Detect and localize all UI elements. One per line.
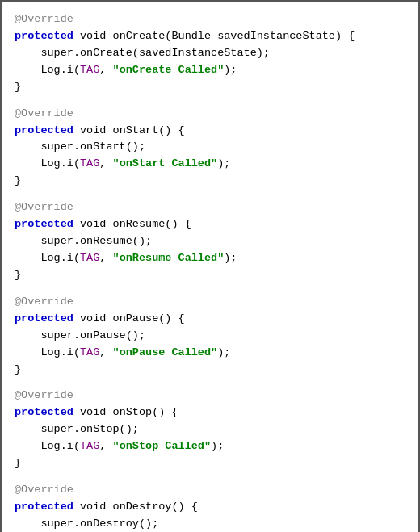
code-block-oncreate: @Override protected void onCreate(Bundle… [15, 11, 405, 96]
closing-brace-onpause: } [15, 362, 405, 379]
log-call-oncreate: Log.i(TAG, "onCreate Called"); [15, 62, 405, 79]
override-annotation-onresume: @Override [15, 199, 405, 216]
log-call-onresume: Log.i(TAG, "onResume Called"); [15, 250, 405, 267]
keyword-protected-onstart: protected [15, 124, 74, 136]
signature-text-onstart: void onStart() { [74, 124, 185, 136]
code-block-onstop: @Override protected void onStop() { supe… [15, 387, 405, 472]
spacer [15, 381, 405, 387]
code-block-onstart: @Override protected void onStart() { sup… [15, 106, 405, 191]
super-call-onresume: super.onResume(); [15, 233, 405, 250]
code-block-ondestroy: @Override protected void onDestroy() { s… [15, 482, 405, 532]
closing-brace-oncreate: } [15, 79, 405, 96]
override-annotation-onstop: @Override [15, 387, 405, 404]
signature-text-onpause: void onPause() { [74, 312, 185, 325]
keyword-protected-onstop: protected [15, 406, 74, 418]
keyword-protected-ondestroy: protected [15, 501, 74, 513]
code-block-onpause: @Override protected void onPause() { sup… [15, 294, 405, 379]
method-signature-onpause: protected void onPause() { [15, 311, 405, 328]
super-call-onpause: super.onPause(); [15, 328, 405, 345]
method-signature-onstop: protected void onStop() { [15, 404, 405, 421]
closing-brace-onresume: } [15, 267, 405, 284]
override-annotation-onpause: @Override [15, 294, 405, 311]
method-signature-onresume: protected void onResume() { [15, 216, 405, 233]
spacer [15, 99, 405, 106]
signature-text-onstop: void onStop() { [74, 406, 178, 418]
closing-brace-onstop: } [15, 455, 405, 472]
keyword-protected: protected [15, 30, 74, 42]
override-annotation-onstart: @Override [15, 106, 405, 123]
method-signature-oncreate: protected void onCreate(Bundle savedInst… [15, 28, 405, 45]
keyword-protected-onpause: protected [15, 312, 74, 325]
spacer [15, 287, 405, 294]
override-annotation-ondestroy: @Override [15, 482, 405, 499]
super-call-onstop: super.onStop(); [15, 421, 405, 438]
closing-brace-onstart: } [15, 173, 405, 190]
code-block-onresume: @Override protected void onResume() { su… [15, 199, 405, 284]
log-call-onpause: Log.i(TAG, "onPause Called"); [15, 345, 405, 362]
spacer [15, 193, 405, 199]
super-call-ondestroy: super.onDestroy(); [15, 516, 405, 532]
log-call-onstop: Log.i(TAG, "onStop Called"); [15, 438, 405, 455]
keyword-protected-onresume: protected [15, 218, 74, 230]
super-call-oncreate: super.onCreate(savedInstanceState); [15, 45, 405, 62]
signature-text-ondestroy: void onDestroy() { [74, 501, 198, 513]
spacer [15, 475, 405, 482]
override-annotation: @Override [15, 11, 405, 28]
super-call-onstart: super.onStart(); [15, 139, 405, 156]
signature-text-onresume: void onResume() { [74, 218, 191, 230]
method-signature-ondestroy: protected void onDestroy() { [15, 499, 405, 516]
code-window: @Override protected void onCreate(Bundle… [0, 0, 420, 532]
signature-text: void onCreate(Bundle savedInstanceState)… [74, 30, 355, 42]
method-signature-onstart: protected void onStart() { [15, 123, 405, 140]
log-call-onstart: Log.i(TAG, "onStart Called"); [15, 156, 405, 173]
